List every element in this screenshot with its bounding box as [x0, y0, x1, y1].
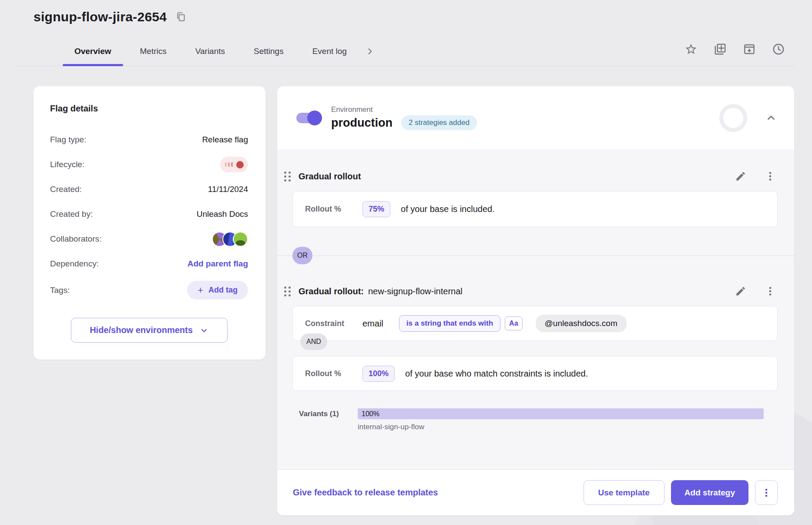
rollout-label: Rollout % — [305, 369, 362, 378]
created-by-row: Created by: Unleash Docs — [50, 206, 248, 222]
environment-name: production — [331, 116, 393, 130]
separator-line — [277, 256, 794, 256]
favorite-button[interactable] — [684, 43, 698, 56]
flag-actions — [684, 43, 785, 56]
strategy-2-name: new-signup-flow-internal — [368, 286, 463, 296]
strategy-1-rollout-box: Rollout % 75% of your base is included. — [292, 191, 778, 227]
created-value: 11/11/2024 — [208, 185, 248, 194]
chevron-down-icon — [200, 326, 208, 335]
archive-icon — [743, 43, 756, 56]
tabs-overflow-button[interactable] — [366, 37, 374, 66]
drag-handle[interactable] — [284, 286, 291, 296]
kebab-icon — [765, 286, 776, 297]
tab-event-log[interactable]: Event log — [301, 37, 359, 66]
environment-footer: Give feedback to release templates Use t… — [277, 469, 794, 515]
environment-toggle[interactable] — [296, 113, 321, 123]
toggle-knob — [307, 111, 322, 125]
plus-icon: + — [198, 287, 203, 293]
chevron-right-icon — [366, 47, 374, 56]
created-row: Created: 11/11/2024 — [50, 182, 248, 197]
created-by-label: Created by: — [50, 209, 93, 219]
footer-menu-button[interactable] — [755, 480, 778, 505]
add-tag-button[interactable]: + Add tag — [187, 281, 248, 300]
tabs-bar: Overview Metrics Variants Settings Event… — [17, 37, 795, 66]
tags-label: Tags: — [50, 286, 70, 295]
tab-overview[interactable]: Overview — [63, 37, 123, 66]
flag-type-label: Flag type: — [50, 135, 86, 145]
archive-button[interactable] — [743, 43, 756, 56]
constraint-box: Constraint email is a string that ends w… — [292, 306, 778, 341]
created-by-value: Unleash Docs — [197, 209, 248, 219]
lifecycle-stage-badge[interactable] — [220, 157, 248, 172]
chevron-up-icon — [765, 112, 777, 124]
edit-strategy-1-button[interactable] — [735, 171, 746, 182]
usage-ring-icon — [719, 104, 747, 132]
avatar — [233, 232, 248, 247]
variant-name: internal-sign-up-flow — [358, 423, 764, 431]
lifecycle-row: Lifecycle: — [50, 157, 248, 172]
rollout-percentage-badge: 100% — [362, 366, 395, 382]
strategy-1-header: Gradual rollout — [277, 166, 794, 187]
use-template-button[interactable]: Use template — [584, 480, 664, 505]
tab-label: Event log — [312, 47, 347, 56]
strategy-2-rollout-box: Rollout % 100% of your base who match co… — [292, 356, 778, 391]
history-button[interactable] — [772, 43, 785, 56]
drag-handle[interactable] — [284, 172, 291, 182]
tab-label: Metrics — [140, 47, 167, 56]
and-separator: AND — [292, 341, 794, 352]
star-icon — [684, 43, 698, 56]
strategy-1-menu-button[interactable] — [765, 171, 776, 182]
strategies-count-badge: 2 strategies added — [401, 115, 477, 130]
copy-flag-button[interactable] — [714, 43, 727, 56]
rollout-description: of your base who match constraints is in… — [405, 369, 588, 379]
environment-label: Environment — [331, 105, 477, 114]
strategy-2-title: Gradual rollout: — [299, 286, 364, 296]
collaborators-label: Collaborators: — [50, 234, 101, 244]
variants-label: Variants (1) — [299, 408, 358, 431]
variants-section: Variants (1) 100% internal-sign-up-flow — [299, 408, 764, 431]
add-strategy-button[interactable]: Add strategy — [671, 480, 748, 505]
copy-flag-name-button[interactable] — [175, 11, 187, 23]
add-parent-flag-link[interactable]: Add parent flag — [188, 259, 248, 269]
strategy-2-menu-button[interactable] — [765, 286, 776, 297]
rollout-description: of your base is included. — [401, 204, 495, 214]
hide-show-environments-label: Hide/show environments — [90, 325, 193, 335]
flag-details-card: Flag details Flag type: Release flag Lif… — [34, 86, 265, 360]
environment-panel: Environment production 2 strategies adde… — [277, 86, 794, 515]
constraint-value-pill: @unleashdocs.com — [536, 315, 627, 332]
rollout-label: Rollout % — [305, 205, 362, 214]
flag-type-row: Flag type: Release flag — [50, 132, 248, 148]
flag-overview-page: signup-flow-jira-2654 Overview Metrics V… — [0, 0, 812, 525]
case-sensitive-badge[interactable]: Aa — [505, 316, 522, 330]
edit-strategy-2-button[interactable] — [735, 286, 746, 297]
release-templates-feedback-link[interactable]: Give feedback to release templates — [293, 488, 438, 498]
collapse-environment-button[interactable] — [765, 112, 777, 124]
lifecycle-label: Lifecycle: — [50, 160, 84, 169]
pencil-icon — [735, 171, 746, 182]
collaborator-avatars[interactable] — [212, 232, 248, 247]
tab-label: Overview — [74, 47, 111, 56]
lifecycle-wave-icon — [231, 161, 238, 168]
tab-metrics[interactable]: Metrics — [128, 37, 178, 66]
tab-settings[interactable]: Settings — [242, 37, 295, 66]
collaborators-row: Collaborators: — [50, 231, 248, 247]
constraint-field: email — [362, 319, 383, 329]
page-header: signup-flow-jira-2654 — [34, 10, 187, 24]
pencil-icon — [735, 286, 746, 297]
created-label: Created: — [50, 185, 82, 194]
tab-label: Variants — [195, 47, 225, 56]
and-badge: AND — [300, 333, 327, 350]
history-clock-icon — [772, 43, 785, 56]
strategies-list: Gradual rollout Rollout % 75% of your ba… — [277, 149, 794, 515]
rollout-percentage-badge: 75% — [362, 201, 390, 217]
dependency-row: Dependency: Add parent flag — [50, 256, 248, 272]
flag-details-heading: Flag details — [50, 104, 248, 114]
strategy-1-title: Gradual rollout — [299, 172, 361, 182]
environment-header-right — [719, 104, 777, 132]
hide-show-environments-button[interactable]: Hide/show environments — [71, 318, 228, 343]
variant-distribution-bar: 100% — [358, 408, 764, 419]
strategy-separator: OR — [277, 247, 794, 264]
constraint-operator-badge: is a string that ends with — [399, 315, 500, 332]
strategy-2-header: Gradual rollout: new-signup-flow-interna… — [277, 281, 794, 302]
tab-variants[interactable]: Variants — [184, 37, 237, 66]
